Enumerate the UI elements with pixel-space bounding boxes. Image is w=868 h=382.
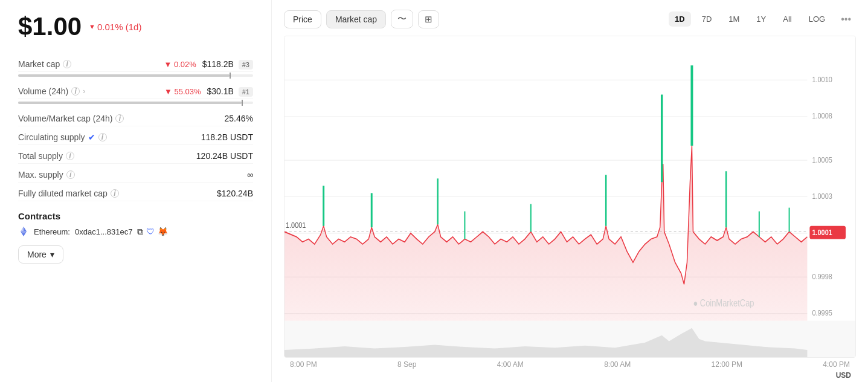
volume-info-icon[interactable]: i <box>71 87 80 96</box>
max-supply-label: Max. supply <box>18 170 63 180</box>
volume-change: ▼ 55.03% <box>164 87 201 96</box>
stat-total-supply: Total supply i 120.24B USDT <box>18 145 253 164</box>
tab-market-cap[interactable]: Market cap <box>326 10 386 28</box>
time-btn-all[interactable]: All <box>777 11 797 27</box>
volume-progress <box>18 102 253 104</box>
right-panel: Price Market cap 〜 ⊞ 1D 7D 1M 1Y All LOG… <box>272 0 868 382</box>
fully-diluted-label: Fully diluted market cap <box>18 189 108 198</box>
price-change: ▼ 0.01% (1d) <box>89 22 141 32</box>
stat-marketcap: Market cap i ▼ 0.02% $118.2B #3 <box>18 53 253 77</box>
stat-max-supply: Max. supply i ∞ <box>18 164 253 183</box>
price-row: $1.00 ▼ 0.01% (1d) <box>18 12 253 41</box>
down-arrow-icon: ▼ <box>89 23 95 30</box>
fully-diluted-info-icon[interactable]: i <box>111 189 119 198</box>
marketcap-change: ▼ 0.02% <box>164 60 196 69</box>
vol-mcap-value: 25.46% <box>225 114 253 123</box>
metamask-fox-icon[interactable]: 🦊 <box>158 227 168 236</box>
vol-mcap-info-icon[interactable]: i <box>115 114 124 123</box>
contracts-title: Contracts <box>18 211 253 221</box>
time-btn-1d[interactable]: 1D <box>669 11 691 27</box>
more-button[interactable]: More ▾ <box>18 245 63 264</box>
fully-diluted-value: $120.24B <box>217 189 253 198</box>
x-label-2: 8 Sep <box>397 360 416 369</box>
contract-row: Ethereum: 0xdac1...831ec7 ⧉ 🛡 🦊 <box>18 226 253 237</box>
svg-text:1.0001: 1.0001 <box>286 221 306 230</box>
contract-chain: Ethereum: <box>34 227 70 236</box>
x-label-4: 8:00 AM <box>604 360 631 369</box>
svg-text:1.0001: 1.0001 <box>812 228 832 237</box>
candle-chart-icon-btn[interactable]: ⊞ <box>418 10 439 28</box>
time-log-label: LOG <box>809 15 825 24</box>
vol-mcap-label: Volume/Market cap (24h) <box>18 114 112 123</box>
volume-rank: #1 <box>239 87 253 97</box>
circ-supply-label: Circulating supply <box>18 132 85 142</box>
circ-supply-value: 118.2B USDT <box>201 132 253 142</box>
time-7d-label: 7D <box>702 15 712 24</box>
max-supply-value: ∞ <box>247 170 253 180</box>
more-label: More <box>27 250 47 259</box>
marketcap-value: $118.2B <box>202 59 234 69</box>
shield-icon[interactable]: 🛡 <box>146 227 155 236</box>
circ-supply-info-icon[interactable]: i <box>98 133 107 141</box>
time-btn-7d[interactable]: 7D <box>696 11 718 27</box>
x-label-6: 4:00 PM <box>823 360 850 369</box>
time-1m-label: 1M <box>728 15 739 24</box>
stat-circ-supply: Circulating supply ✔ i 118.2B USDT <box>18 126 253 145</box>
price-chart-svg: 1.0010 1.0008 1.0005 1.0003 1.0001 0.999… <box>285 36 855 357</box>
x-label-5: 12:00 PM <box>712 360 742 369</box>
svg-text:0.9995: 0.9995 <box>812 308 832 317</box>
marketcap-label: Market cap <box>18 59 60 69</box>
copy-icon[interactable]: ⧉ <box>137 227 143 237</box>
candle-chart-icon: ⊞ <box>425 14 432 24</box>
chevron-down-icon: ▾ <box>50 250 54 259</box>
line-chart-icon: 〜 <box>397 13 407 24</box>
stat-volume: Volume (24h) i › ▼ 55.03% $30.1B #1 <box>18 80 253 104</box>
usd-label: USD <box>284 371 856 380</box>
x-label-1: 8:00 PM <box>290 360 317 369</box>
x-axis: 8:00 PM 8 Sep 4:00 AM 8:00 AM 12:00 PM 4… <box>284 358 856 371</box>
volume-label: Volume (24h) <box>18 86 68 96</box>
tab-price[interactable]: Price <box>284 10 321 28</box>
contract-address: 0xdac1...831ec7 <box>75 227 132 236</box>
svg-text:● CoinMarketCap: ● CoinMarketCap <box>693 297 754 308</box>
max-supply-info-icon[interactable]: i <box>66 170 75 179</box>
marketcap-info-icon[interactable]: i <box>63 60 71 68</box>
x-label-3: 4:00 AM <box>497 360 524 369</box>
tab-market-cap-label: Market cap <box>335 15 377 24</box>
stat-fully-diluted: Fully diluted market cap i $120.24B <box>18 183 253 201</box>
time-all-label: All <box>783 15 791 24</box>
svg-text:1.0005: 1.0005 <box>812 155 832 164</box>
time-btn-log[interactable]: LOG <box>803 11 831 27</box>
stat-vol-mcap: Volume/Market cap (24h) i 25.46% <box>18 108 253 126</box>
chart-more-button[interactable]: ••• <box>836 11 856 28</box>
svg-text:1.0010: 1.0010 <box>812 75 832 84</box>
svg-text:1.0008: 1.0008 <box>812 111 832 120</box>
ethereum-icon <box>18 226 29 237</box>
svg-text:1.0003: 1.0003 <box>812 192 832 201</box>
verified-badge-icon: ✔ <box>88 132 95 142</box>
tab-price-label: Price <box>293 15 312 24</box>
price-change-value: 0.01% (1d) <box>97 22 141 32</box>
time-btn-1m[interactable]: 1M <box>722 11 745 27</box>
time-1y-label: 1Y <box>756 15 766 24</box>
total-supply-value: 120.24B USDT <box>196 151 253 161</box>
total-supply-info-icon[interactable]: i <box>66 152 74 160</box>
current-price: $1.00 <box>18 12 82 41</box>
svg-text:0.9998: 0.9998 <box>812 272 832 281</box>
marketcap-rank: #3 <box>239 60 253 70</box>
total-supply-label: Total supply <box>18 151 63 161</box>
left-panel: $1.00 ▼ 0.01% (1d) Market cap i ▼ 0.02% … <box>0 0 272 382</box>
chart-toolbar: Price Market cap 〜 ⊞ 1D 7D 1M 1Y All LOG… <box>284 10 856 28</box>
time-btn-1y[interactable]: 1Y <box>750 11 772 27</box>
chart-area: 1.0010 1.0008 1.0005 1.0003 1.0001 0.999… <box>284 36 856 358</box>
line-chart-icon-btn[interactable]: 〜 <box>391 10 413 28</box>
time-1d-label: 1D <box>675 15 685 24</box>
volume-value: $30.1B <box>207 86 233 96</box>
chevron-right-icon: › <box>83 87 85 96</box>
contracts-section: Contracts Ethereum: 0xdac1...831ec7 ⧉ 🛡 … <box>18 211 253 237</box>
marketcap-progress <box>18 74 253 77</box>
